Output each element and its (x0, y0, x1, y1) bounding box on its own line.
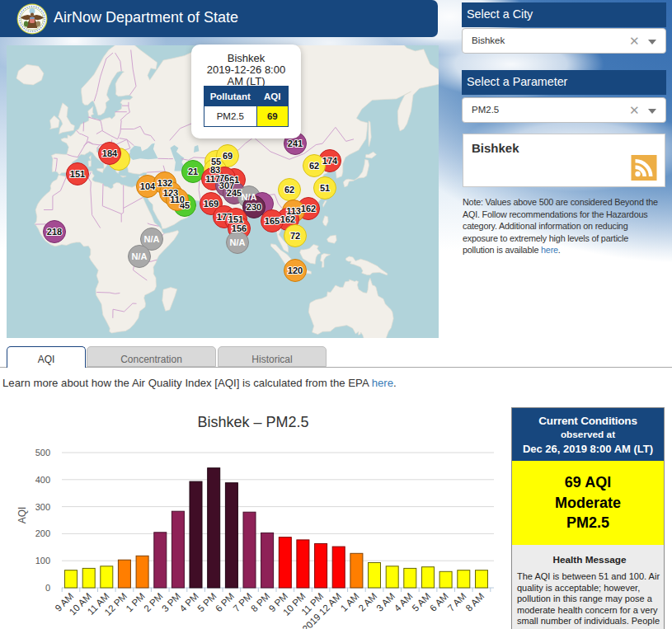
svg-text:6 AM: 6 AM (428, 591, 450, 613)
svg-text:162: 162 (301, 204, 316, 214)
svg-text:62: 62 (309, 161, 319, 171)
svg-text:184: 184 (102, 148, 118, 158)
svg-text:2 PM: 2 PM (142, 591, 164, 613)
svg-text:132: 132 (157, 178, 172, 188)
svg-text:151: 151 (70, 169, 85, 179)
svg-text:6 PM: 6 PM (214, 591, 236, 613)
svg-text:300: 300 (35, 502, 50, 512)
svg-text:72: 72 (290, 231, 300, 241)
svg-text:174: 174 (322, 156, 338, 166)
svg-text:241: 241 (288, 138, 303, 148)
svg-text:4 AM: 4 AM (392, 591, 415, 613)
svg-text:Bishkek – PM2.5: Bishkek – PM2.5 (197, 414, 308, 430)
svg-text:51: 51 (320, 183, 330, 193)
svg-text:3 AM: 3 AM (374, 591, 397, 613)
svg-text:245: 245 (227, 188, 242, 198)
svg-text:4 PM: 4 PM (177, 591, 200, 613)
svg-text:7 PM: 7 PM (231, 591, 253, 613)
svg-text:N/A: N/A (242, 192, 257, 202)
svg-text:120: 120 (288, 265, 303, 275)
svg-text:8 AM: 8 AM (463, 591, 486, 613)
svg-text:N/A: N/A (132, 251, 148, 261)
svg-text:0: 0 (45, 583, 50, 593)
svg-text:2 AM: 2 AM (356, 591, 378, 613)
svg-text:100: 100 (35, 556, 50, 566)
svg-text:7 AM: 7 AM (446, 591, 468, 613)
svg-text:110: 110 (170, 195, 185, 204)
svg-text:200: 200 (35, 528, 50, 538)
svg-text:3 PM: 3 PM (160, 591, 182, 613)
svg-text:8 PM: 8 PM (249, 591, 271, 613)
svg-text:500: 500 (35, 448, 50, 458)
svg-text:400: 400 (35, 475, 50, 485)
svg-text:218: 218 (47, 227, 62, 237)
svg-text:N/A: N/A (144, 234, 160, 244)
svg-text:69: 69 (223, 151, 233, 161)
svg-text:117: 117 (205, 174, 220, 184)
svg-text:1 PM: 1 PM (125, 591, 147, 613)
svg-text:5 AM: 5 AM (410, 591, 432, 613)
svg-text:165: 165 (265, 216, 280, 226)
svg-text:21: 21 (188, 167, 198, 176)
svg-text:5 PM: 5 PM (195, 591, 218, 613)
svg-text:AQI: AQI (16, 507, 28, 524)
svg-text:62: 62 (284, 185, 294, 195)
svg-text:230: 230 (247, 202, 261, 212)
svg-text:N/A: N/A (230, 237, 246, 247)
svg-text:169: 169 (204, 199, 219, 209)
svg-text:162: 162 (280, 214, 295, 224)
svg-text:156: 156 (232, 223, 247, 233)
svg-text:104: 104 (140, 181, 156, 191)
svg-text:1 AM: 1 AM (339, 591, 361, 613)
